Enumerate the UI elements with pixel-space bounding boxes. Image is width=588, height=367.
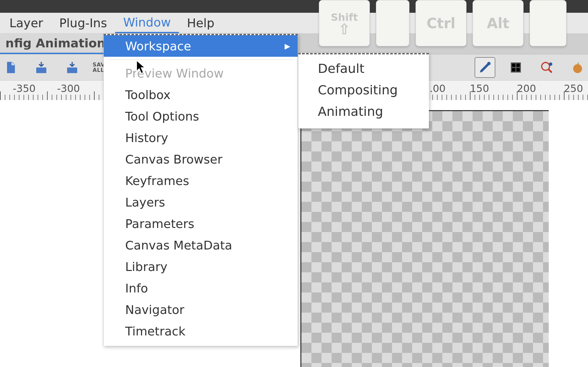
menu-item-navigator[interactable]: Navigator <box>104 299 298 320</box>
submenu-item-default[interactable]: Default <box>298 58 429 79</box>
modifier-keycaps: Shift ⇧ Ctrl Alt <box>319 0 567 46</box>
grid-icon[interactable] <box>505 57 526 78</box>
snap-icon[interactable] <box>536 57 557 78</box>
menu-item-library[interactable]: Library <box>104 256 298 277</box>
shift-keycap: Shift ⇧ <box>319 0 370 46</box>
pencil-tool-icon[interactable] <box>475 57 495 78</box>
svg-point-2 <box>487 62 491 65</box>
submenu-item-compositing[interactable]: Compositing <box>298 79 429 101</box>
file-icon[interactable] <box>0 57 21 78</box>
menu-item-parameters[interactable]: Parameters <box>104 213 298 234</box>
menu-item-canvas-browser[interactable]: Canvas Browser <box>104 148 298 170</box>
chevron-right-icon: ▶ <box>285 42 290 50</box>
submenu-item-animating[interactable]: Animating <box>298 101 429 122</box>
menu-help[interactable]: Help <box>179 13 223 33</box>
menu-item-timetrack[interactable]: Timetrack <box>104 320 298 342</box>
workspace-submenu: Default Compositing Animating <box>298 53 429 129</box>
svg-point-3 <box>542 62 549 70</box>
save-download-icon[interactable] <box>31 57 52 78</box>
svg-rect-1 <box>67 67 77 73</box>
window-menu-dropdown: Workspace ▶ Preview Window Toolbox Tool … <box>103 34 298 346</box>
menu-item-keyframes[interactable]: Keyframes <box>104 170 298 191</box>
blank-keycap <box>376 0 409 46</box>
save-download-icon-2[interactable] <box>62 57 83 78</box>
menu-separator <box>108 59 294 60</box>
alt-keycap: Alt <box>473 0 524 46</box>
ctrl-keycap: Ctrl <box>415 0 467 46</box>
menu-plugins[interactable]: Plug-Ins <box>51 13 115 33</box>
menu-item-workspace[interactable]: Workspace ▶ <box>104 35 298 57</box>
onion-skin-icon[interactable] <box>567 57 588 78</box>
blank-keycap-2 <box>530 0 567 46</box>
menu-window[interactable]: Window <box>115 13 179 33</box>
menu-item-tool-options[interactable]: Tool Options <box>104 105 298 127</box>
menu-layer[interactable]: Layer <box>1 13 51 33</box>
svg-point-4 <box>549 62 552 66</box>
svg-point-5 <box>573 64 582 73</box>
svg-rect-0 <box>36 67 46 73</box>
menu-item-info[interactable]: Info <box>104 277 298 299</box>
menu-item-layers[interactable]: Layers <box>104 191 298 213</box>
menu-item-history[interactable]: History <box>104 127 298 148</box>
menu-item-canvas-metadata[interactable]: Canvas MetaData <box>104 234 298 256</box>
menu-item-preview-window[interactable]: Preview Window <box>104 62 298 84</box>
canvas-checkerboard <box>300 110 549 367</box>
tab-active-document[interactable]: nfig Animation <box>0 34 111 54</box>
menu-item-toolbox[interactable]: Toolbox <box>104 84 298 105</box>
